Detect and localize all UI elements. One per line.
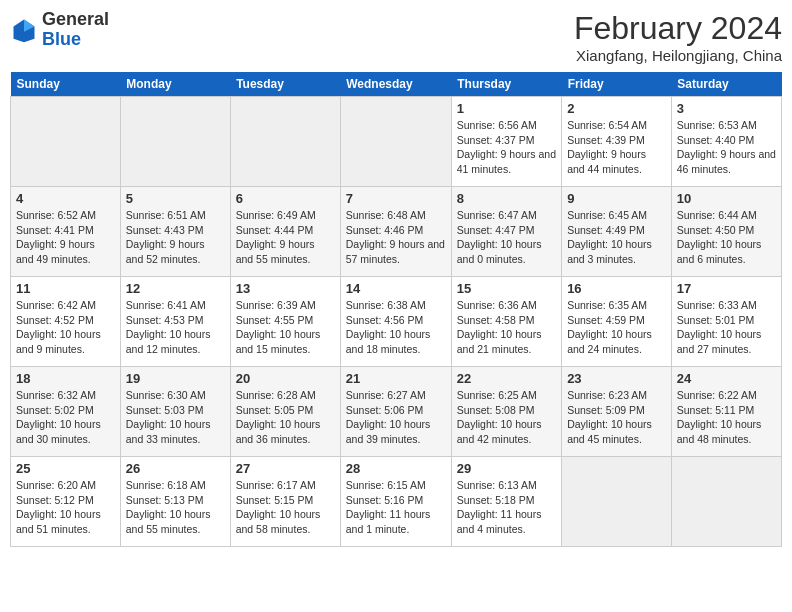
day-number: 26 bbox=[126, 461, 225, 476]
calendar-cell bbox=[340, 97, 451, 187]
day-number: 12 bbox=[126, 281, 225, 296]
calendar-cell: 2Sunrise: 6:54 AMSunset: 4:39 PMDaylight… bbox=[562, 97, 672, 187]
weekday-header-saturday: Saturday bbox=[671, 72, 781, 97]
sunrise-text: Sunrise: 6:54 AM bbox=[567, 118, 666, 133]
calendar-cell: 8Sunrise: 6:47 AMSunset: 4:47 PMDaylight… bbox=[451, 187, 561, 277]
day-number: 18 bbox=[16, 371, 115, 386]
day-info: Sunrise: 6:39 AMSunset: 4:55 PMDaylight:… bbox=[236, 298, 335, 357]
sunset-text: Sunset: 5:15 PM bbox=[236, 493, 335, 508]
month-year-title: February 2024 bbox=[574, 10, 782, 47]
sunrise-text: Sunrise: 6:36 AM bbox=[457, 298, 556, 313]
weekday-header-row: SundayMondayTuesdayWednesdayThursdayFrid… bbox=[11, 72, 782, 97]
daylight-text: Daylight: 10 hours and 24 minutes. bbox=[567, 327, 666, 356]
calendar-cell: 15Sunrise: 6:36 AMSunset: 4:58 PMDayligh… bbox=[451, 277, 561, 367]
calendar-cell: 18Sunrise: 6:32 AMSunset: 5:02 PMDayligh… bbox=[11, 367, 121, 457]
sunrise-text: Sunrise: 6:25 AM bbox=[457, 388, 556, 403]
daylight-text: Daylight: 10 hours and 9 minutes. bbox=[16, 327, 115, 356]
daylight-text: Daylight: 10 hours and 30 minutes. bbox=[16, 417, 115, 446]
day-info: Sunrise: 6:56 AMSunset: 4:37 PMDaylight:… bbox=[457, 118, 556, 177]
sunset-text: Sunset: 4:49 PM bbox=[567, 223, 666, 238]
sunset-text: Sunset: 5:03 PM bbox=[126, 403, 225, 418]
day-number: 8 bbox=[457, 191, 556, 206]
calendar-cell bbox=[562, 457, 672, 547]
calendar-cell: 11Sunrise: 6:42 AMSunset: 4:52 PMDayligh… bbox=[11, 277, 121, 367]
daylight-text: Daylight: 10 hours and 27 minutes. bbox=[677, 327, 776, 356]
sunrise-text: Sunrise: 6:22 AM bbox=[677, 388, 776, 403]
day-info: Sunrise: 6:20 AMSunset: 5:12 PMDaylight:… bbox=[16, 478, 115, 537]
calendar-cell: 1Sunrise: 6:56 AMSunset: 4:37 PMDaylight… bbox=[451, 97, 561, 187]
sunset-text: Sunset: 5:11 PM bbox=[677, 403, 776, 418]
calendar-cell bbox=[671, 457, 781, 547]
title-block: February 2024 Xiangfang, Heilongjiang, C… bbox=[574, 10, 782, 64]
day-number: 14 bbox=[346, 281, 446, 296]
day-number: 9 bbox=[567, 191, 666, 206]
sunset-text: Sunset: 4:59 PM bbox=[567, 313, 666, 328]
sunset-text: Sunset: 4:52 PM bbox=[16, 313, 115, 328]
day-number: 17 bbox=[677, 281, 776, 296]
day-number: 22 bbox=[457, 371, 556, 386]
daylight-text: Daylight: 10 hours and 48 minutes. bbox=[677, 417, 776, 446]
calendar-cell: 28Sunrise: 6:15 AMSunset: 5:16 PMDayligh… bbox=[340, 457, 451, 547]
week-row-3: 11Sunrise: 6:42 AMSunset: 4:52 PMDayligh… bbox=[11, 277, 782, 367]
calendar-cell: 27Sunrise: 6:17 AMSunset: 5:15 PMDayligh… bbox=[230, 457, 340, 547]
calendar-cell: 17Sunrise: 6:33 AMSunset: 5:01 PMDayligh… bbox=[671, 277, 781, 367]
day-info: Sunrise: 6:22 AMSunset: 5:11 PMDaylight:… bbox=[677, 388, 776, 447]
sunset-text: Sunset: 4:39 PM bbox=[567, 133, 666, 148]
day-number: 20 bbox=[236, 371, 335, 386]
sunrise-text: Sunrise: 6:17 AM bbox=[236, 478, 335, 493]
calendar-cell: 25Sunrise: 6:20 AMSunset: 5:12 PMDayligh… bbox=[11, 457, 121, 547]
sunrise-text: Sunrise: 6:45 AM bbox=[567, 208, 666, 223]
sunrise-text: Sunrise: 6:49 AM bbox=[236, 208, 335, 223]
day-info: Sunrise: 6:54 AMSunset: 4:39 PMDaylight:… bbox=[567, 118, 666, 177]
sunset-text: Sunset: 5:01 PM bbox=[677, 313, 776, 328]
weekday-header-sunday: Sunday bbox=[11, 72, 121, 97]
weekday-header-thursday: Thursday bbox=[451, 72, 561, 97]
day-info: Sunrise: 6:25 AMSunset: 5:08 PMDaylight:… bbox=[457, 388, 556, 447]
day-number: 27 bbox=[236, 461, 335, 476]
calendar-cell: 26Sunrise: 6:18 AMSunset: 5:13 PMDayligh… bbox=[120, 457, 230, 547]
sunrise-text: Sunrise: 6:23 AM bbox=[567, 388, 666, 403]
day-info: Sunrise: 6:13 AMSunset: 5:18 PMDaylight:… bbox=[457, 478, 556, 537]
sunrise-text: Sunrise: 6:27 AM bbox=[346, 388, 446, 403]
sunrise-text: Sunrise: 6:15 AM bbox=[346, 478, 446, 493]
week-row-1: 1Sunrise: 6:56 AMSunset: 4:37 PMDaylight… bbox=[11, 97, 782, 187]
day-number: 16 bbox=[567, 281, 666, 296]
sunrise-text: Sunrise: 6:41 AM bbox=[126, 298, 225, 313]
day-number: 5 bbox=[126, 191, 225, 206]
calendar-cell: 14Sunrise: 6:38 AMSunset: 4:56 PMDayligh… bbox=[340, 277, 451, 367]
daylight-text: Daylight: 10 hours and 58 minutes. bbox=[236, 507, 335, 536]
daylight-text: Daylight: 10 hours and 45 minutes. bbox=[567, 417, 666, 446]
sunset-text: Sunset: 4:55 PM bbox=[236, 313, 335, 328]
day-info: Sunrise: 6:27 AMSunset: 5:06 PMDaylight:… bbox=[346, 388, 446, 447]
day-number: 15 bbox=[457, 281, 556, 296]
day-info: Sunrise: 6:15 AMSunset: 5:16 PMDaylight:… bbox=[346, 478, 446, 537]
sunset-text: Sunset: 4:56 PM bbox=[346, 313, 446, 328]
day-number: 7 bbox=[346, 191, 446, 206]
daylight-text: Daylight: 10 hours and 33 minutes. bbox=[126, 417, 225, 446]
daylight-text: Daylight: 10 hours and 51 minutes. bbox=[16, 507, 115, 536]
day-info: Sunrise: 6:51 AMSunset: 4:43 PMDaylight:… bbox=[126, 208, 225, 267]
sunset-text: Sunset: 4:44 PM bbox=[236, 223, 335, 238]
sunrise-text: Sunrise: 6:47 AM bbox=[457, 208, 556, 223]
calendar-cell: 16Sunrise: 6:35 AMSunset: 4:59 PMDayligh… bbox=[562, 277, 672, 367]
day-info: Sunrise: 6:36 AMSunset: 4:58 PMDaylight:… bbox=[457, 298, 556, 357]
sunrise-text: Sunrise: 6:39 AM bbox=[236, 298, 335, 313]
day-info: Sunrise: 6:49 AMSunset: 4:44 PMDaylight:… bbox=[236, 208, 335, 267]
sunset-text: Sunset: 5:18 PM bbox=[457, 493, 556, 508]
sunrise-text: Sunrise: 6:52 AM bbox=[16, 208, 115, 223]
sunrise-text: Sunrise: 6:48 AM bbox=[346, 208, 446, 223]
day-number: 24 bbox=[677, 371, 776, 386]
day-number: 23 bbox=[567, 371, 666, 386]
sunset-text: Sunset: 4:50 PM bbox=[677, 223, 776, 238]
sunset-text: Sunset: 5:02 PM bbox=[16, 403, 115, 418]
sunrise-text: Sunrise: 6:38 AM bbox=[346, 298, 446, 313]
daylight-text: Daylight: 10 hours and 55 minutes. bbox=[126, 507, 225, 536]
calendar-cell: 9Sunrise: 6:45 AMSunset: 4:49 PMDaylight… bbox=[562, 187, 672, 277]
logo-icon bbox=[10, 16, 38, 44]
daylight-text: Daylight: 9 hours and 57 minutes. bbox=[346, 237, 446, 266]
sunset-text: Sunset: 5:12 PM bbox=[16, 493, 115, 508]
day-info: Sunrise: 6:35 AMSunset: 4:59 PMDaylight:… bbox=[567, 298, 666, 357]
calendar-cell: 6Sunrise: 6:49 AMSunset: 4:44 PMDaylight… bbox=[230, 187, 340, 277]
daylight-text: Daylight: 10 hours and 0 minutes. bbox=[457, 237, 556, 266]
daylight-text: Daylight: 9 hours and 55 minutes. bbox=[236, 237, 335, 266]
